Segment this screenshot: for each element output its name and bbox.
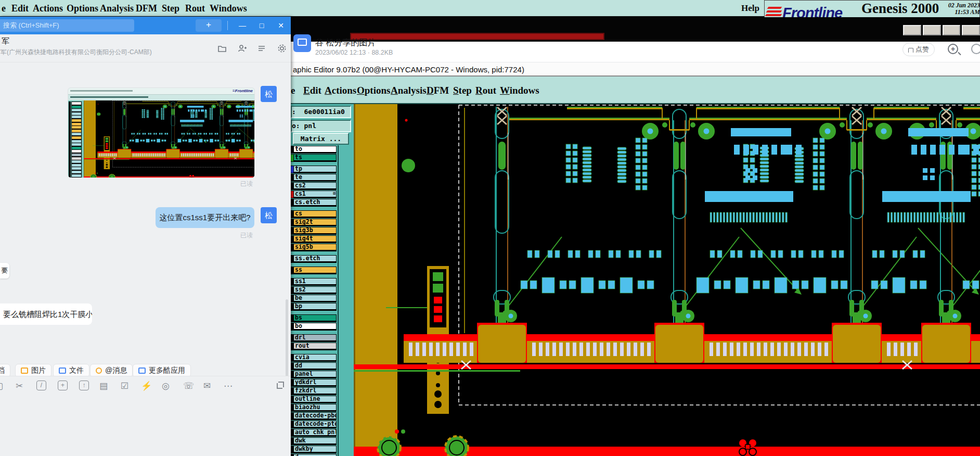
- menu-windows[interactable]: Windows: [210, 3, 247, 14]
- minimize-button[interactable]: —: [235, 19, 250, 32]
- read-receipt: 已读: [240, 180, 253, 188]
- layer-row-be[interactable]: be: [291, 295, 337, 302]
- layer-row-ss.etch[interactable]: ss.etch: [291, 255, 337, 263]
- layer-row-cs.etch[interactable]: cs.etch: [291, 199, 337, 207]
- menu-options[interactable]: Options: [67, 3, 98, 14]
- todo-check-icon[interactable]: ☑: [121, 381, 128, 391]
- layer-row-cs2[interactable]: cs2: [291, 182, 337, 190]
- upload-folder-icon[interactable]: ↑: [79, 381, 89, 390]
- layer-row-cs[interactable]: cs: [291, 210, 337, 218]
- layer-row-fzkdrl[interactable]: fzkdrl: [291, 387, 337, 395]
- more-icon[interactable]: ⋯: [224, 381, 233, 391]
- layer-row-drl[interactable]: drl: [291, 334, 337, 342]
- zoom-in-icon[interactable]: +: [948, 44, 958, 54]
- menu-actions[interactable]: Actions: [33, 3, 63, 14]
- menu-step[interactable]: Step: [162, 3, 179, 14]
- add-member-icon[interactable]: [238, 44, 247, 53]
- new-doc-icon[interactable]: +: [58, 381, 68, 390]
- chat-titlebar[interactable]: 搜索 (Ctrl+Shift+F) + — □ ✕: [0, 17, 291, 34]
- layer-row-cs1[interactable]: cs1⊞: [291, 191, 337, 198]
- folder-icon[interactable]: [217, 44, 227, 53]
- editor-menu-dfm[interactable]: DFM: [427, 85, 449, 96]
- layer-row-biaozhu[interactable]: biaozhu: [291, 404, 337, 412]
- layer-row-sig2t[interactable]: sig2t: [291, 219, 337, 226]
- quick-action-icon[interactable]: ⚡: [141, 381, 152, 391]
- menu-rout[interactable]: Rout: [185, 3, 205, 14]
- outgoing-message-bubble[interactable]: 这位置cs1ss1要开出来吧?: [156, 207, 254, 228]
- sticker-icon[interactable]: ▢: [0, 381, 3, 391]
- avatar[interactable]: 松: [261, 86, 277, 102]
- layer-row-bp[interactable]: bp: [291, 303, 337, 311]
- layer-row-cvia[interactable]: cvia: [291, 354, 337, 362]
- expand-icon[interactable]: [277, 382, 284, 389]
- menu-analysis[interactable]: Analysis: [100, 3, 134, 14]
- editor-menu-e[interactable]: e: [291, 85, 295, 96]
- layer-row-tp[interactable]: tp: [291, 166, 337, 173]
- editor-menu-analysis[interactable]: Analysis: [391, 85, 427, 96]
- editor-menu-edit[interactable]: Edit: [303, 85, 321, 96]
- layer-row-ss2[interactable]: ss2: [291, 286, 337, 294]
- editor-menu-step[interactable]: Step: [453, 85, 472, 96]
- layer-row-sig5b[interactable]: sig5b: [291, 244, 337, 251]
- message-input-area[interactable]: ▢✂/+↑▤☑⚡◎☏✉⋯: [0, 376, 291, 456]
- editor-side-panel: : 6e00011ia0 o: pnl Matrix ... totstptec…: [291, 104, 354, 456]
- side-tag[interactable]: 要: [0, 263, 9, 278]
- avatar[interactable]: 松: [261, 207, 277, 223]
- layer-row-te[interactable]: te: [291, 174, 337, 182]
- layer-row-d[interactable]: d: [291, 454, 337, 456]
- toolbar-button[interactable]: [903, 25, 921, 35]
- layer-row-auto_chk_pnl[interactable]: auto_chk_pnl: [291, 429, 337, 437]
- layer-row-bo[interactable]: bo: [291, 323, 337, 331]
- layer-row-datecode-pbo[interactable]: datecode-pbo: [291, 412, 337, 420]
- editor-menu-rout[interactable]: Rout: [475, 85, 496, 96]
- mail-icon[interactable]: ✉: [203, 381, 211, 391]
- menu-dfm[interactable]: DFM: [136, 3, 157, 14]
- editor-menu-actions[interactable]: Actions: [325, 85, 356, 96]
- editor-menu-options[interactable]: Options: [357, 85, 390, 96]
- matrix-button[interactable]: Matrix ...: [293, 133, 349, 145]
- layer-row-datecode-pto[interactable]: datecode-pto: [291, 421, 337, 428]
- layer-row-ydkdrl[interactable]: ydkdrl: [291, 379, 337, 387]
- layer-row-outline[interactable]: outline: [291, 396, 337, 403]
- layer-row-dwkby[interactable]: dwkby: [291, 446, 337, 453]
- editor-menu-windows[interactable]: Windows: [500, 85, 539, 96]
- toolbar-button[interactable]: [943, 25, 961, 35]
- thumbnail-titlebar: [68, 88, 255, 95]
- layer-row-to[interactable]: to: [291, 146, 337, 154]
- gear-icon[interactable]: [277, 44, 287, 53]
- layer-row-bs[interactable]: bs: [291, 314, 337, 322]
- pcb-editor-canvas[interactable]: [354, 104, 980, 456]
- new-tab-button[interactable]: +: [196, 19, 222, 32]
- layer-row-ts[interactable]: ts: [291, 154, 337, 162]
- menu-edit[interactable]: Edit: [11, 3, 29, 14]
- close-button[interactable]: ✕: [274, 19, 288, 32]
- incoming-message-bubble[interactable]: 要么铣槽阻焊比1次干膜小: [0, 303, 92, 325]
- meeting-note-icon[interactable]: ▤: [99, 381, 108, 391]
- layer-row-dd[interactable]: dd: [291, 362, 337, 370]
- search-input[interactable]: 搜索 (Ctrl+Shift+F): [0, 19, 134, 32]
- toolbar-button[interactable]: [923, 25, 941, 35]
- viewer-more-icon[interactable]: [971, 44, 980, 54]
- layer-name: cs.etch: [293, 199, 337, 206]
- layer-row-ss[interactable]: ss: [291, 267, 337, 274]
- layer-row-dwk[interactable]: dwk: [291, 437, 337, 445]
- chat-list-icon[interactable]: [257, 44, 266, 53]
- maximize-button[interactable]: □: [254, 19, 269, 32]
- screenshot-scissors-icon[interactable]: ✂: [16, 381, 23, 391]
- layer-row-panel[interactable]: panel: [291, 371, 337, 378]
- layer-row-rout[interactable]: rout: [291, 343, 337, 350]
- menu-e[interactable]: e: [2, 3, 6, 14]
- like-button[interactable]: 点赞: [902, 43, 935, 56]
- slash-command-icon[interactable]: /: [36, 381, 46, 390]
- menu-help[interactable]: Help: [741, 3, 759, 14]
- layer-row-sig4t[interactable]: sig4t: [291, 235, 337, 243]
- shared-image-message[interactable]: ≡Frontline: [68, 87, 255, 178]
- phone-call-icon[interactable]: ☏: [183, 381, 194, 391]
- layer-row-ss1[interactable]: ss1: [291, 278, 337, 286]
- layer-row-sig3b[interactable]: sig3b: [291, 227, 337, 235]
- toolbar-button[interactable]: [962, 25, 980, 35]
- layer-name: te: [293, 174, 337, 181]
- editor-titlebar[interactable]: aphic Editor 9.07b2 (00@HY-HYCAM-PC072 -…: [291, 62, 980, 77]
- genesis-toolbar-buttons[interactable]: [903, 25, 980, 35]
- voice-call-icon[interactable]: ◎: [162, 381, 170, 391]
